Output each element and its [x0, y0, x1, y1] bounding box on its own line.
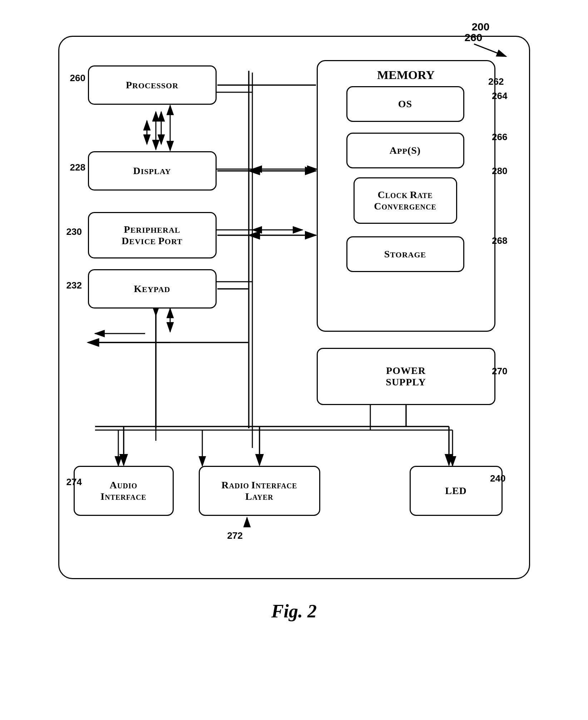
clock-rate-box: CLOCK RATE CONVERGENCE — [354, 177, 457, 224]
ref-270: 270 — [492, 366, 507, 377]
apps-box: APP(S) — [346, 133, 464, 168]
ref-200-label: 260 — [464, 31, 482, 44]
keypad-box: KEYPAD — [88, 269, 217, 309]
processor-box: PROCESSOR — [88, 65, 217, 105]
radio-interface-label: RADIO INTERFACE LAYER — [222, 479, 297, 502]
radio-interface-box: RADIO INTERFACE LAYER — [199, 466, 320, 516]
ref-240: 240 — [490, 473, 505, 484]
ref-280: 280 — [492, 166, 507, 177]
audio-interface-label: AUDIO INTERFACE — [100, 479, 146, 502]
ref-260: 260 — [70, 73, 85, 84]
storage-box: STORAGE — [346, 236, 464, 272]
display-label: DISPLAY — [133, 165, 171, 177]
ref-262: 262 — [488, 76, 504, 87]
storage-label: STORAGE — [384, 248, 426, 260]
os-label: OS — [398, 98, 412, 110]
diagram-container: 260 — [58, 36, 530, 579]
svg-line-25 — [474, 44, 506, 56]
apps-label: APP(S) — [390, 145, 421, 156]
ref-274: 274 — [66, 477, 82, 488]
ref-200: 200 — [471, 21, 489, 33]
display-box: DISPLAY — [88, 151, 217, 191]
figure-caption: Fig. 2 — [271, 601, 317, 622]
ref-268: 268 — [492, 235, 507, 246]
ref-264: 264 — [492, 90, 507, 102]
memory-label: MEMORY — [318, 68, 494, 82]
power-supply-box: POWER SUPPLY — [317, 348, 495, 405]
memory-container: MEMORY OS APP(S) CLOCK RATE CONVERGENCE … — [317, 60, 495, 332]
led-box: LED — [410, 466, 503, 516]
processor-label: PROCESSOR — [126, 79, 178, 91]
power-supply-label: POWER SUPPLY — [386, 365, 426, 388]
audio-interface-box: AUDIO INTERFACE — [74, 466, 174, 516]
clock-rate-label: CLOCK RATE CONVERGENCE — [374, 189, 436, 212]
page-wrapper: 260 — [14, 14, 574, 622]
keypad-label: KEYPAD — [134, 283, 171, 295]
ref-232: 232 — [66, 280, 82, 291]
peripheral-box: PERIPHERAL DEVICE PORT — [88, 212, 217, 258]
ref-230: 230 — [66, 226, 82, 237]
ref-266: 266 — [492, 132, 507, 143]
led-label: LED — [445, 485, 467, 497]
ref-272: 272 — [227, 530, 243, 541]
os-box: OS — [346, 86, 464, 122]
peripheral-label: PERIPHERAL DEVICE PORT — [122, 224, 182, 247]
ref-228: 228 — [70, 162, 85, 173]
